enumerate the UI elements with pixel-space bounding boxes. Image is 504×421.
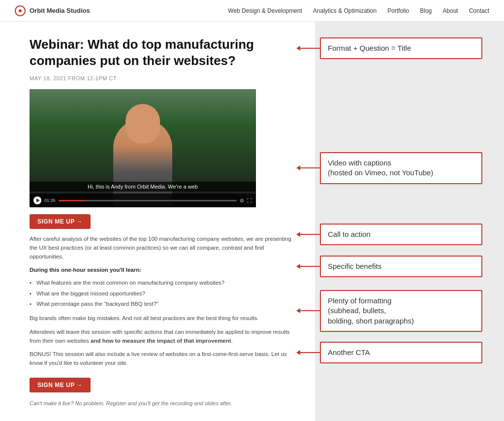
article-body-1: After careful analysis of the websites o… bbox=[30, 235, 295, 261]
logo-text: Orbit Media Studios bbox=[30, 7, 90, 14]
svg-marker-5 bbox=[296, 232, 300, 237]
navbar: Orbit Media Studios Web Design & Develop… bbox=[0, 0, 504, 22]
annotation-title: Format + Question = Title bbox=[320, 37, 482, 59]
italic-note: Can't make it live? No problem. Register… bbox=[30, 399, 295, 408]
play-icon bbox=[36, 198, 40, 202]
article-title: Webinar: What do top manufacturing compa… bbox=[30, 36, 295, 68]
logo-dot bbox=[19, 9, 22, 12]
content-area: Webinar: What do top manufacturing compa… bbox=[0, 22, 504, 421]
annotation-another-cta: Another CTA bbox=[320, 342, 482, 363]
nav-link-analytics[interactable]: Analytics & Optimization bbox=[313, 7, 377, 14]
svg-marker-7 bbox=[296, 264, 300, 269]
nav-link-blog[interactable]: Blog bbox=[420, 7, 432, 14]
bullet-item-2: What are the biggest missed opportunitie… bbox=[30, 289, 295, 299]
nav-link-contact[interactable]: Contact bbox=[469, 7, 489, 14]
article-body-2: Big brands often make big mistakes. And … bbox=[30, 314, 295, 323]
cta-button-2[interactable]: SIGN ME UP → bbox=[30, 378, 91, 392]
annotations-column: Format + Question = Title Video with cap… bbox=[315, 22, 504, 421]
bullet-list: What features are the most common on man… bbox=[30, 278, 295, 309]
nav-link-portfolio[interactable]: Portfolio bbox=[387, 7, 409, 14]
annotation-cta: Call to action bbox=[320, 224, 482, 245]
svg-marker-3 bbox=[296, 165, 300, 170]
fullscreen-icon[interactable]: ⛶ bbox=[247, 198, 252, 203]
article-bonus: BONUS! This session will also include a … bbox=[30, 350, 295, 368]
annotation-title-text: Format + Question = Title bbox=[328, 44, 411, 52]
play-button[interactable] bbox=[33, 196, 41, 204]
logo: Orbit Media Studios bbox=[15, 5, 90, 16]
annotation-formatting: Plenty of formatting(subhead, bullets,bo… bbox=[320, 290, 482, 332]
nav-link-web-design[interactable]: Web Design & Development bbox=[228, 7, 302, 14]
annotation-another-cta-text: Another CTA bbox=[328, 348, 370, 356]
svg-marker-1 bbox=[296, 46, 300, 51]
nav-link-about[interactable]: About bbox=[442, 7, 458, 14]
article-date: MAY 18, 2021 FROM 12-1PM CT bbox=[30, 75, 295, 81]
video-caption: Hi, this is Andy from Orbit Media. We're… bbox=[30, 182, 256, 192]
svg-marker-9 bbox=[296, 308, 300, 313]
annotation-formatting-text: Plenty of formatting(subhead, bullets,bo… bbox=[328, 296, 414, 325]
article-column: Webinar: What do top manufacturing compa… bbox=[0, 22, 315, 421]
annotation-cta-text: Call to action bbox=[328, 230, 371, 238]
cta-button-1[interactable]: SIGN ME UP → bbox=[30, 214, 91, 229]
article-body-3: Attendees will leave this session with s… bbox=[30, 328, 295, 346]
annotation-video: Video with captions(hosted on Vimeo, not… bbox=[320, 152, 482, 184]
session-subhead: During this one-hour session you'll lear… bbox=[30, 266, 295, 275]
bullet-item-3: What percentage pass the "backyard BBQ t… bbox=[30, 299, 295, 309]
video-container[interactable]: Hi, this is Andy from Orbit Media. We're… bbox=[30, 89, 256, 207]
video-controls[interactable]: 01:35 ⚙ ⛶ bbox=[30, 194, 256, 207]
video-time: 01:35 bbox=[44, 198, 56, 203]
annotation-benefits-text: Specific benefits bbox=[328, 262, 381, 270]
gear-icon[interactable]: ⚙ bbox=[240, 198, 244, 203]
video-progress-bar[interactable] bbox=[59, 200, 237, 201]
bullet-item-1: What features are the most common on man… bbox=[30, 278, 295, 288]
annotation-benefits: Specific benefits bbox=[320, 256, 482, 277]
nav-links: Web Design & Development Analytics & Opt… bbox=[228, 7, 489, 14]
video-thumbnail: Hi, this is Andy from Orbit Media. We're… bbox=[30, 89, 256, 207]
page-wrapper: Orbit Media Studios Web Design & Develop… bbox=[0, 0, 504, 421]
video-progress-fill bbox=[59, 200, 85, 201]
logo-circle bbox=[15, 5, 26, 16]
annotation-video-text: Video with captions(hosted on Vimeo, not… bbox=[328, 159, 433, 177]
svg-marker-11 bbox=[296, 350, 300, 355]
